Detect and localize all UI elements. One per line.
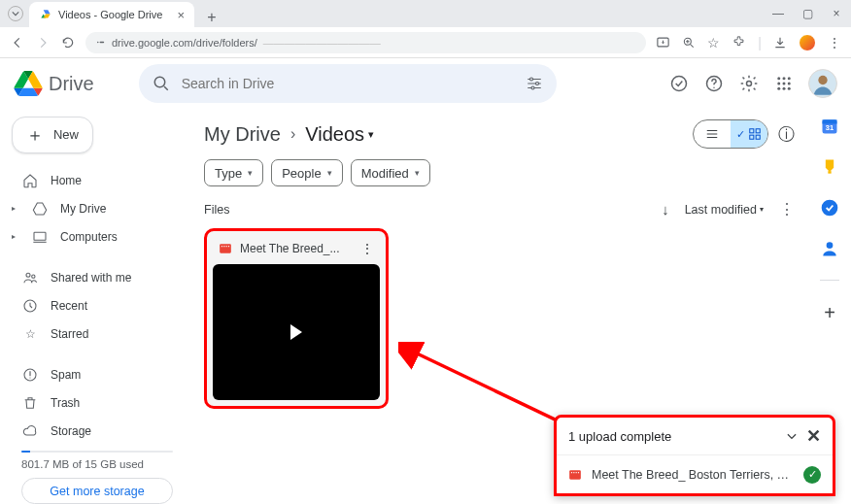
reload-button[interactable] (60, 35, 76, 50)
sort-button[interactable]: Last modified (685, 203, 764, 217)
sidebar-item-mydrive[interactable]: My Drive (12, 195, 183, 222)
sidebar-item-recent[interactable]: Recent (12, 292, 183, 319)
minimize-button[interactable]: — (771, 7, 785, 20)
maximize-button[interactable]: ▢ (800, 7, 814, 20)
settings-icon[interactable] (738, 73, 760, 94)
storage-bar (21, 451, 173, 454)
site-info-icon[interactable] (95, 37, 106, 48)
breadcrumb-root[interactable]: My Drive (204, 123, 281, 146)
sidebar-item-spam[interactable]: Spam (12, 361, 183, 388)
upload-item-row[interactable]: Meet The Breed_ Boston Terriers, The ...… (557, 454, 833, 493)
drive-logo-icon (14, 71, 43, 96)
close-window-button[interactable]: × (830, 7, 843, 20)
search-input[interactable] (182, 76, 514, 91)
trash-icon (21, 394, 39, 412)
svg-point-15 (783, 83, 786, 85)
new-tab-button[interactable]: + (202, 8, 221, 27)
svg-rect-40 (828, 171, 831, 174)
clock-icon (21, 297, 39, 315)
file-name: Meet The Breed_... (240, 242, 353, 255)
star-icon: ☆ (21, 325, 39, 343)
sort-direction-icon[interactable]: ↓ (662, 201, 669, 218)
chevron-down-icon: ▾ (368, 128, 374, 141)
search-icon (153, 75, 170, 92)
new-button-label: New (53, 127, 79, 142)
sidebar-item-computers[interactable]: Computers (12, 223, 183, 251)
account-avatar[interactable] (808, 69, 837, 98)
svg-rect-1 (100, 42, 105, 43)
back-button[interactable] (10, 35, 25, 50)
breadcrumb-current[interactable]: Videos ▾ (305, 123, 374, 146)
chrome-profile-avatar[interactable] (799, 34, 816, 51)
more-options-icon[interactable]: ⋮ (779, 200, 795, 218)
tab-search-dropdown[interactable] (8, 6, 23, 21)
svg-point-21 (818, 76, 827, 84)
grid-view-button[interactable] (731, 120, 767, 148)
filter-modified[interactable]: Modified (351, 159, 430, 186)
new-button[interactable]: ＋ New (12, 117, 93, 153)
sidebar-item-storage[interactable]: Storage (12, 418, 183, 445)
search-options-icon[interactable] (526, 75, 543, 92)
list-view-button[interactable] (694, 120, 731, 148)
chrome-menu-icon[interactable]: ⋮ (828, 35, 841, 50)
filter-type[interactable]: Type (204, 159, 263, 186)
filter-people[interactable]: People (271, 159, 342, 186)
sidebar-item-shared[interactable]: Shared with me (12, 264, 183, 291)
svg-rect-34 (226, 246, 227, 247)
svg-point-24 (32, 275, 35, 278)
sidebar-label: Recent (51, 299, 87, 313)
svg-point-41 (822, 200, 838, 217)
filter-label: Modified (361, 166, 409, 181)
calendar-icon[interactable]: 31 (820, 117, 839, 136)
upload-status-label: 1 upload complete (568, 429, 671, 444)
svg-rect-29 (750, 135, 754, 139)
svg-point-12 (783, 77, 786, 80)
toast-collapse-icon[interactable] (785, 429, 799, 443)
drive-logo[interactable]: Drive (14, 71, 94, 96)
svg-rect-22 (34, 232, 46, 240)
add-panel-icon[interactable]: + (824, 302, 835, 324)
upload-success-icon: ✓ (803, 466, 821, 484)
downloads-icon[interactable] (773, 36, 787, 50)
url-input[interactable]: drive.google.com/drive/folders/ ————————… (85, 32, 646, 53)
svg-point-19 (788, 87, 791, 90)
svg-point-13 (788, 77, 791, 80)
support-icon[interactable] (703, 73, 725, 94)
sidebar-item-starred[interactable]: ☆ Starred (12, 320, 183, 348)
sidebar-item-trash[interactable]: Trash (12, 389, 183, 417)
svg-rect-46 (576, 472, 577, 473)
forward-button[interactable] (35, 35, 51, 50)
address-bar: drive.google.com/drive/folders/ ————————… (0, 27, 851, 58)
tasks-icon[interactable] (820, 198, 839, 218)
upload-toast-header: 1 upload complete ✕ (557, 418, 833, 454)
offline-ready-icon[interactable] (668, 73, 690, 94)
svg-rect-27 (750, 129, 754, 133)
mydrive-icon (31, 200, 49, 218)
zoom-icon[interactable] (682, 36, 696, 50)
svg-rect-44 (571, 472, 572, 473)
storage-text: 801.7 MB of 15 GB used (12, 456, 183, 478)
window-controls: — ▢ × (771, 7, 843, 20)
get-storage-button[interactable]: Get more storage (21, 478, 173, 504)
browser-tab[interactable]: Videos - Google Drive × (29, 2, 194, 27)
file-card[interactable]: Meet The Breed_... ⋮ (204, 228, 389, 409)
info-icon[interactable]: ⓘ (778, 123, 795, 146)
video-thumbnail[interactable] (213, 264, 380, 400)
contacts-icon[interactable] (820, 239, 839, 258)
apps-grid-icon[interactable] (773, 73, 795, 94)
install-app-icon[interactable] (656, 35, 670, 50)
bookmark-icon[interactable]: ☆ (707, 35, 720, 50)
svg-point-5 (529, 78, 532, 81)
svg-point-11 (777, 77, 780, 80)
svg-point-18 (783, 87, 786, 90)
tab-close-icon[interactable]: × (177, 8, 185, 22)
sidebar-item-home[interactable]: Home (12, 167, 183, 194)
toast-close-icon[interactable]: ✕ (806, 425, 821, 447)
keep-icon[interactable] (820, 157, 839, 177)
file-more-icon[interactable]: ⋮ (360, 241, 374, 256)
extensions-icon[interactable] (732, 35, 746, 50)
drive-favicon-icon (39, 8, 52, 21)
sidebar-label: Shared with me (51, 271, 131, 285)
spam-icon (21, 366, 39, 384)
search-box[interactable] (139, 64, 557, 103)
